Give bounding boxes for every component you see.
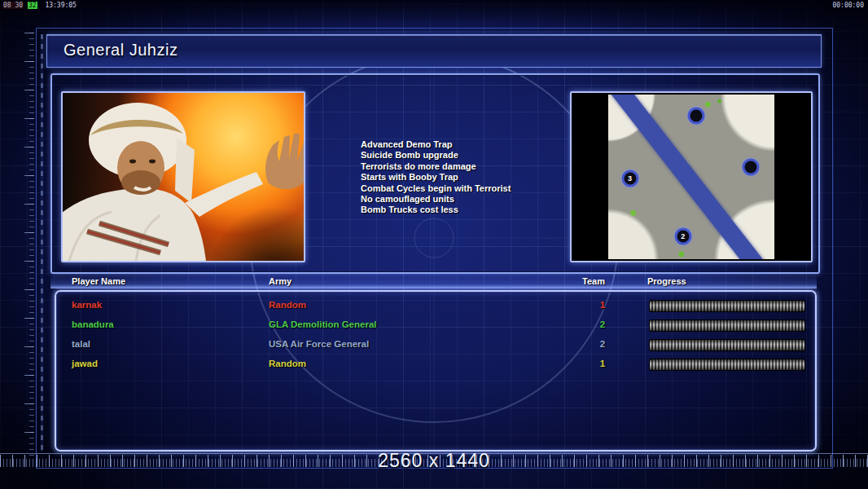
player-army: Random <box>269 359 306 368</box>
match-timer: 00:00:00 <box>832 2 864 9</box>
debug-readout: 08 30 32 13:39:05 <box>2 2 77 9</box>
start-position-number: 3 <box>628 175 632 183</box>
ability-line: Combat Cycles begin with Terrorist <box>361 183 564 194</box>
start-position-marker: 3 <box>621 170 638 187</box>
debug-fps-value: 32 <box>28 2 37 9</box>
ability-line: Advanced Demo Trap <box>361 139 564 150</box>
progress-fill <box>650 359 804 370</box>
ability-line: No camouflaged units <box>361 194 564 205</box>
player-team: 2 <box>588 339 617 349</box>
player-progress-bar <box>649 339 805 351</box>
column-header-army: Army <box>269 276 292 286</box>
start-position-marker <box>688 108 705 125</box>
minimap-panel: 3 2 <box>570 91 813 262</box>
start-position-number: 2 <box>681 232 685 240</box>
general-abilities-list: Advanced Demo Trap Suicide Bomb upgrade … <box>361 139 564 216</box>
debug-clock: 13:39:05 <box>44 2 77 9</box>
debug-counters: 08 30 <box>2 2 24 9</box>
player-list: karnak Random 1 banadura GLA Demolition … <box>56 296 815 450</box>
start-position-marker <box>743 158 760 175</box>
page-title: General Juhziz <box>64 41 178 59</box>
player-army: GLA Demolition General <box>269 319 376 329</box>
column-header-player-name: Player Name <box>72 276 125 286</box>
ability-line: Suicide Bomb upgrade <box>361 150 564 161</box>
player-army: Random <box>269 300 306 310</box>
player-name: karnak <box>72 300 102 310</box>
progress-fill <box>650 301 804 311</box>
general-figure <box>63 93 304 261</box>
player-name: jawad <box>72 359 98 368</box>
player-progress-bar <box>649 359 805 371</box>
general-portrait <box>61 91 305 262</box>
progress-fill <box>650 320 804 331</box>
player-team: 1 <box>588 300 617 310</box>
player-row: talal USA Air Force General 2 <box>56 335 815 355</box>
top-dark-strip <box>0 0 868 24</box>
column-header-progress: Progress <box>647 276 686 286</box>
player-name: talal <box>72 339 90 349</box>
player-row: banadura GLA Demolition General 2 <box>56 315 815 335</box>
title-bar: General Juhziz <box>46 34 822 68</box>
player-row: karnak Random 1 <box>56 296 815 315</box>
player-name: banadura <box>72 319 114 329</box>
loading-screen: 08 30 32 13:39:05 00:00:00 General Juhzi… <box>0 0 868 489</box>
player-row: jawad Random 1 <box>56 355 815 374</box>
ability-line: Bomb Trucks cost less <box>361 205 564 215</box>
minimap: 3 2 <box>608 95 774 259</box>
progress-fill <box>650 340 804 350</box>
player-team: 1 <box>588 359 617 368</box>
left-ruler-ticks <box>24 33 34 456</box>
ability-line: Starts with Booby Trap <box>361 172 564 183</box>
column-header-team: Team <box>582 276 605 286</box>
ability-line: Terrorists do more damage <box>361 161 564 172</box>
player-progress-bar <box>649 319 805 332</box>
resolution-label: 2560 x 1440 <box>0 450 868 472</box>
start-position-marker: 2 <box>674 227 691 244</box>
player-progress-bar <box>649 300 805 312</box>
player-army: USA Air Force General <box>269 339 369 349</box>
player-team: 2 <box>588 319 617 329</box>
roster-header-row: Player Name Army Team Progress <box>50 275 817 289</box>
player-roster-panel: karnak Random 1 banadura GLA Demolition … <box>55 290 817 452</box>
